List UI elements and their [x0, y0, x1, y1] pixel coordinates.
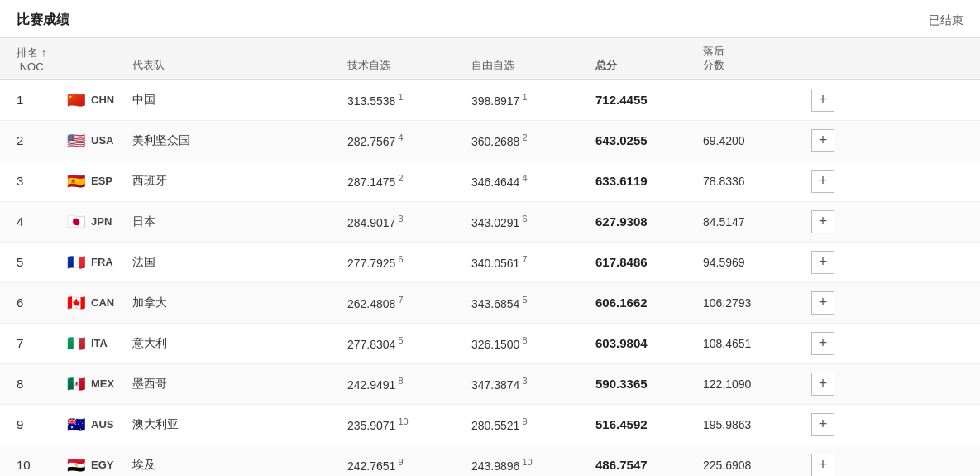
expand-button[interactable]: +	[811, 129, 834, 152]
free-rank: 3	[522, 376, 527, 386]
team-name: 加拿大	[132, 296, 347, 310]
add-col: +	[802, 251, 844, 274]
add-col: +	[802, 89, 844, 112]
expand-button[interactable]: +	[811, 170, 834, 193]
col-free-label: 自由自选	[471, 58, 595, 73]
expand-button[interactable]: +	[811, 251, 834, 274]
noc-cell: 🇨🇦 CAN	[66, 296, 132, 310]
rank-cell: 6	[17, 296, 66, 310]
noc-cell: 🇪🇸 ESP	[66, 175, 132, 188]
flag-icon: 🇨🇦	[66, 296, 86, 310]
expand-button[interactable]: +	[811, 89, 834, 112]
noc-cell: 🇦🇺 AUS	[66, 418, 132, 431]
team-name: 中国	[132, 93, 347, 108]
tech-score: 277.83045	[347, 335, 471, 351]
expand-button[interactable]: +	[811, 454, 834, 476]
tech-score: 313.55381	[347, 92, 471, 108]
tech-score: 287.14752	[347, 173, 471, 189]
noc-code: EGY	[91, 459, 113, 471]
free-score: 343.02916	[471, 214, 595, 229]
team-name: 西班牙	[132, 174, 347, 189]
expand-button[interactable]: +	[811, 291, 834, 315]
tech-rank: 8	[398, 376, 403, 386]
page-header: 比赛成绩 已结束	[0, 0, 980, 38]
team-name: 澳大利亚	[132, 417, 347, 432]
total-score: 617.8486	[595, 255, 703, 269]
page-title: 比赛成绩	[17, 12, 69, 29]
col-rank-label: 排名 ↑ NOC	[17, 46, 66, 73]
noc-cell: 🇺🇸 USA	[66, 134, 132, 147]
free-score: 360.26882	[471, 132, 595, 148]
free-rank: 7	[522, 254, 527, 264]
noc-cell: 🇮🇹 ITA	[66, 337, 132, 350]
free-score: 280.55219	[471, 416, 595, 432]
tech-score: 282.75674	[347, 132, 471, 148]
free-rank: 1	[522, 92, 527, 102]
total-score: 606.1662	[595, 296, 703, 310]
rank-cell: 3	[17, 174, 66, 188]
table-row: 6 🇨🇦 CAN 加拿大 262.48087 343.68545 606.166…	[0, 283, 980, 324]
tech-score: 284.90173	[347, 214, 471, 229]
table-header: 排名 ↑ NOC 代表队 技术自选 自由自选 总分 落后 分数	[0, 38, 980, 80]
rank-cell: 7	[17, 336, 66, 350]
add-col: +	[802, 332, 844, 355]
behind-score: 69.4200	[703, 134, 802, 147]
tech-score: 277.79256	[347, 254, 471, 270]
expand-button[interactable]: +	[811, 413, 834, 436]
table-row: 10 🇪🇬 EGY 埃及 242.76519 243.989610 486.75…	[0, 445, 980, 476]
tech-rank: 6	[398, 254, 403, 264]
add-col: +	[802, 413, 844, 436]
rank-cell: 2	[17, 133, 66, 147]
tech-score: 262.48087	[347, 295, 471, 310]
free-rank: 6	[522, 214, 527, 224]
free-rank: 4	[522, 173, 527, 183]
team-name: 美利坚众国	[132, 133, 347, 148]
behind-score: 122.1090	[703, 377, 802, 391]
free-score: 326.15008	[471, 335, 595, 351]
expand-button[interactable]: +	[811, 373, 834, 396]
tech-rank: 4	[398, 132, 403, 142]
noc-code: FRA	[91, 256, 113, 268]
main-container: 比赛成绩 已结束 排名 ↑ NOC 代表队 技术自选 自由自选 总分 落后 分数…	[0, 0, 980, 476]
tech-score: 242.76519	[347, 457, 471, 473]
tech-rank: 2	[398, 173, 403, 183]
table-row: 7 🇮🇹 ITA 意大利 277.83045 326.15008 603.980…	[0, 324, 980, 364]
tech-rank: 10	[398, 416, 408, 426]
noc-code: AUS	[91, 418, 113, 430]
add-col: +	[802, 210, 844, 233]
table-row: 8 🇲🇽 MEX 墨西哥 242.94918 347.38743 590.336…	[0, 364, 980, 405]
free-score: 343.68545	[471, 295, 595, 310]
tech-rank: 9	[398, 457, 403, 467]
flag-icon: 🇯🇵	[66, 215, 86, 228]
total-score: 633.6119	[595, 174, 703, 188]
behind-score: 94.5969	[703, 256, 802, 269]
free-score: 340.05617	[471, 254, 595, 270]
flag-icon: 🇦🇺	[66, 418, 86, 431]
noc-code: CAN	[91, 296, 114, 309]
team-name: 意大利	[132, 336, 347, 351]
tech-rank: 7	[398, 295, 403, 305]
add-col: +	[802, 129, 844, 152]
rank-cell: 4	[17, 214, 66, 228]
behind-score: 78.8336	[703, 175, 802, 188]
col-tech-label: 技术自选	[347, 58, 471, 73]
table-row: 4 🇯🇵 JPN 日本 284.90173 343.02916 627.9308…	[0, 202, 980, 243]
expand-button[interactable]: +	[811, 332, 834, 355]
table-row: 9 🇦🇺 AUS 澳大利亚 235.907110 280.55219 516.4…	[0, 405, 980, 445]
tech-score: 242.94918	[347, 376, 471, 392]
flag-icon: 🇪🇬	[66, 459, 86, 472]
tech-rank: 5	[398, 335, 403, 345]
free-score: 243.989610	[471, 457, 595, 473]
rank-cell: 8	[17, 377, 66, 391]
behind-score: 84.5147	[703, 215, 802, 228]
add-col: +	[802, 454, 844, 476]
noc-code: MEX	[91, 377, 114, 390]
table-row: 1 🇨🇳 CHN 中国 313.55381 398.89171 712.4455…	[0, 80, 980, 121]
total-score: 603.9804	[595, 336, 703, 350]
total-score: 486.7547	[595, 458, 703, 472]
add-col: +	[802, 170, 844, 193]
free-rank: 8	[522, 335, 527, 345]
expand-button[interactable]: +	[811, 210, 834, 233]
total-score: 627.9308	[595, 214, 703, 228]
free-rank: 9	[522, 416, 527, 426]
